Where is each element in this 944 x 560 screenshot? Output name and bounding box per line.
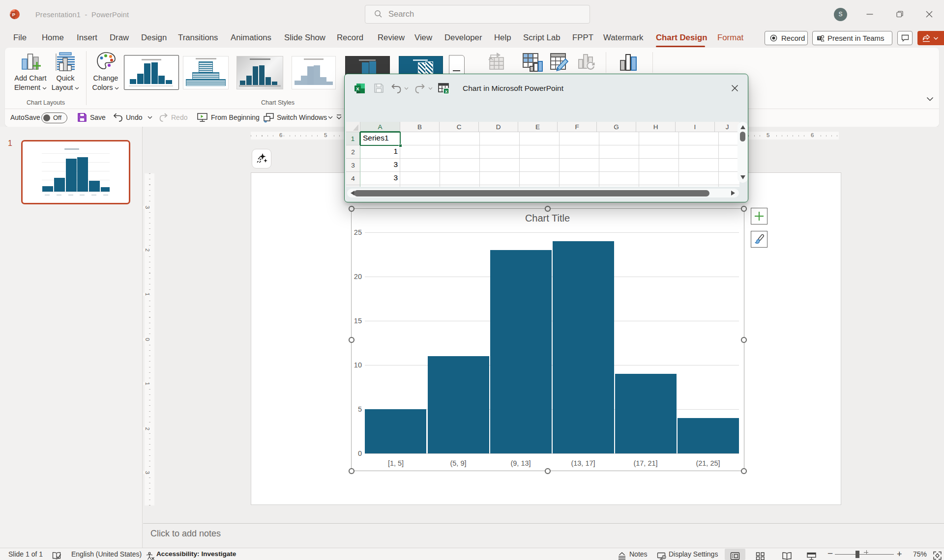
svg-text:P: P xyxy=(12,12,16,17)
svg-text:X: X xyxy=(445,89,448,94)
svg-text:X: X xyxy=(356,86,359,91)
svg-text:T: T xyxy=(818,36,821,40)
